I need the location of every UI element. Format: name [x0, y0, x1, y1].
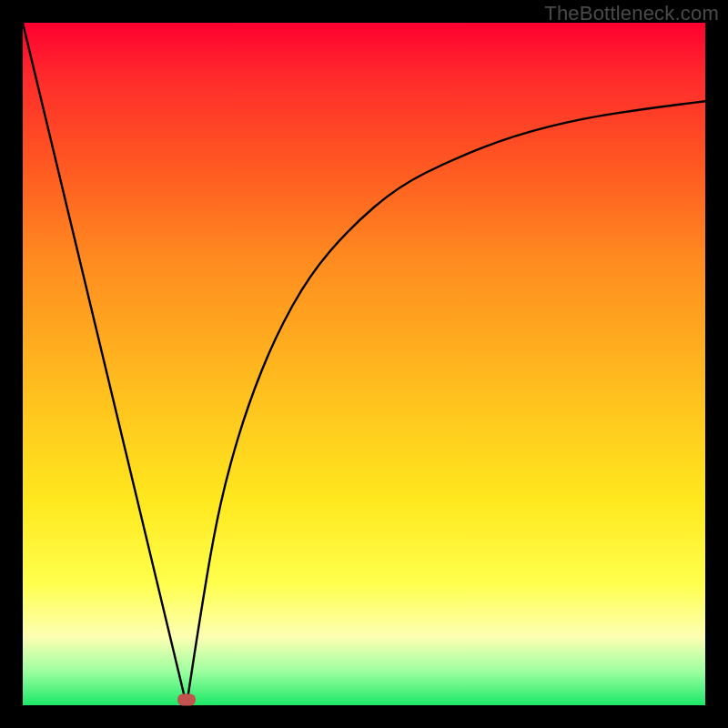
chart-curve	[23, 23, 705, 705]
curve-path	[23, 23, 705, 705]
optimum-marker	[177, 694, 196, 706]
watermark-text: TheBottleneck.com	[544, 2, 719, 25]
chart-plot-area	[23, 23, 705, 705]
